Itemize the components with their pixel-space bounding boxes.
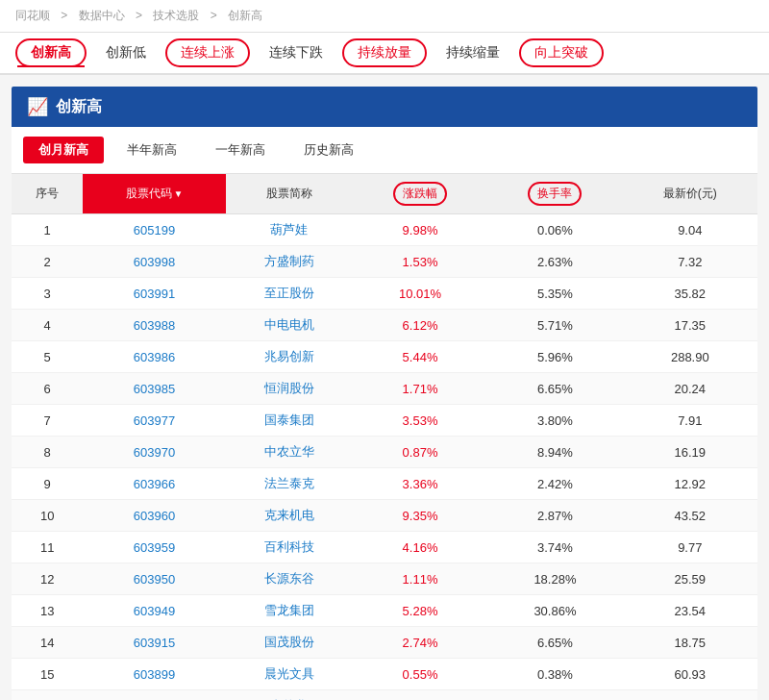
table-row: 1 605199 葫芦娃 9.98% 0.06% 9.04 [12, 214, 757, 246]
table-row: 14 603915 国茂股份 2.74% 6.65% 18.75 [12, 627, 757, 659]
cell-index: 11 [12, 532, 83, 563]
sub-tab-oneyear[interactable]: 一年新高 [200, 137, 281, 163]
cell-turnover: 2.87% [487, 500, 622, 532]
cell-index: 4 [12, 310, 83, 341]
cell-name[interactable]: 恒润股份 [226, 373, 353, 405]
cell-code[interactable]: 603959 [83, 532, 225, 563]
breadcrumb-item-home[interactable]: 同花顺 [15, 9, 50, 22]
breadcrumb-item-datacenter[interactable]: 数据中心 [79, 9, 125, 22]
cell-turnover: 3.80% [487, 405, 622, 437]
table-row: 3 603991 至正股份 10.01% 5.35% 35.82 [12, 278, 757, 310]
cell-change: 5.28% [353, 595, 487, 627]
cell-change: 1.53% [353, 246, 487, 278]
cell-price: 7.32 [623, 246, 757, 278]
cell-change: 0.87% [353, 437, 487, 468]
cell-change: 3.53% [353, 405, 487, 437]
cell-change: 2.69% [353, 690, 487, 701]
tab-xiangshangtupo[interactable]: 向上突破 [519, 38, 604, 67]
cell-code[interactable]: 603915 [83, 627, 225, 659]
cell-index: 12 [12, 563, 83, 595]
cell-price: 9.77 [623, 532, 757, 563]
cell-turnover: 3.74% [487, 532, 622, 563]
cell-price: 288.90 [623, 341, 757, 373]
cell-change: 4.16% [353, 532, 487, 563]
tab-chiuxufarang[interactable]: 持续放量 [342, 38, 427, 67]
cell-price: 20.24 [623, 373, 757, 405]
cell-price: 9.04 [623, 214, 757, 246]
cell-index: 1 [12, 214, 83, 246]
cell-code[interactable]: 605199 [83, 214, 225, 246]
cell-code[interactable]: 603991 [83, 278, 225, 310]
cell-turnover: 2.63% [487, 246, 622, 278]
cell-name[interactable]: 中农立华 [226, 437, 353, 468]
cell-change: 10.01% [353, 278, 487, 310]
tab-lianxushangzhang[interactable]: 连续上涨 [165, 38, 250, 67]
th-code[interactable]: 股票代码▼ [83, 174, 225, 214]
cell-code[interactable]: 603998 [83, 246, 225, 278]
cell-name[interactable]: 晨光文具 [226, 659, 353, 690]
chart-icon: 📈 [27, 96, 48, 117]
cell-name[interactable]: 至正股份 [226, 278, 353, 310]
cell-index: 8 [12, 437, 83, 468]
cell-name[interactable]: 克来机电 [226, 500, 353, 532]
cell-code[interactable]: 603950 [83, 563, 225, 595]
cell-name[interactable]: 方盛制药 [226, 246, 353, 278]
table-row: 16 603896 寿仙谷 2.69% 2.48% 36.20 [12, 690, 757, 701]
th-turnover[interactable]: 换手率 [487, 174, 622, 214]
cell-turnover: 6.65% [487, 373, 622, 405]
tab-chiuxusouliang[interactable]: 持续缩量 [431, 35, 515, 71]
cell-code[interactable]: 603896 [83, 690, 225, 701]
cell-code[interactable]: 603970 [83, 437, 225, 468]
cell-name[interactable]: 寿仙谷 [226, 690, 353, 701]
cell-code[interactable]: 603966 [83, 468, 225, 500]
sub-tab-history[interactable]: 历史新高 [288, 137, 369, 163]
cell-name[interactable]: 国茂股份 [226, 627, 353, 659]
cell-price: 35.82 [623, 278, 757, 310]
cell-change: 3.36% [353, 468, 487, 500]
table-row: 13 603949 雪龙集团 5.28% 30.86% 23.54 [12, 595, 757, 627]
cell-name[interactable]: 中电电机 [226, 310, 353, 341]
main-content: 📈 创新高 创月新高 半年新高 一年新高 历史新高 序号 股票代码▼ 股票简称 … [0, 75, 769, 700]
tab-lianxuxiadian[interactable]: 连续下跌 [254, 35, 338, 71]
cell-code[interactable]: 603977 [83, 405, 225, 437]
cell-code[interactable]: 603949 [83, 595, 225, 627]
sub-tab-monthly[interactable]: 创月新高 [23, 137, 104, 163]
cell-code[interactable]: 603899 [83, 659, 225, 690]
cell-name[interactable]: 葫芦娃 [226, 214, 353, 246]
cell-name[interactable]: 长源东谷 [226, 563, 353, 595]
th-change-label: 涨跌幅 [393, 182, 447, 206]
cell-turnover: 0.06% [487, 214, 622, 246]
cell-code[interactable]: 603988 [83, 310, 225, 341]
table-row: 11 603959 百利科技 4.16% 3.74% 9.77 [12, 532, 757, 563]
cell-turnover: 2.48% [487, 690, 622, 701]
cell-price: 18.75 [623, 627, 757, 659]
table-row: 7 603977 国泰集团 3.53% 3.80% 7.91 [12, 405, 757, 437]
cell-price: 7.91 [623, 405, 757, 437]
th-change[interactable]: 涨跌幅 [353, 174, 487, 214]
cell-price: 23.54 [623, 595, 757, 627]
cell-code[interactable]: 603985 [83, 373, 225, 405]
cell-price: 17.35 [623, 310, 757, 341]
cell-name[interactable]: 百利科技 [226, 532, 353, 563]
sort-arrow-icon: ▼ [174, 188, 184, 199]
breadcrumb-item-techselect[interactable]: 技术选股 [153, 9, 199, 22]
cell-name[interactable]: 国泰集团 [226, 405, 353, 437]
cell-turnover: 30.86% [487, 595, 622, 627]
cell-code[interactable]: 603986 [83, 341, 225, 373]
cell-name[interactable]: 兆易创新 [226, 341, 353, 373]
tab-chuangxindi[interactable]: 创新低 [90, 35, 161, 71]
cell-change: 2.74% [353, 627, 487, 659]
cell-change: 6.12% [353, 310, 487, 341]
cell-code[interactable]: 603960 [83, 500, 225, 532]
th-index: 序号 [12, 174, 83, 214]
cell-turnover: 6.65% [487, 627, 622, 659]
cell-index: 15 [12, 659, 83, 690]
cell-name[interactable]: 雪龙集团 [226, 595, 353, 627]
sub-tab-halfyear[interactable]: 半年新高 [112, 137, 192, 163]
cell-price: 43.52 [623, 500, 757, 532]
tab-chuangxingao[interactable]: 创新高 [15, 38, 87, 67]
cell-turnover: 5.71% [487, 310, 622, 341]
th-name: 股票简称 [226, 174, 353, 214]
cell-index: 3 [12, 278, 83, 310]
cell-name[interactable]: 法兰泰克 [226, 468, 353, 500]
